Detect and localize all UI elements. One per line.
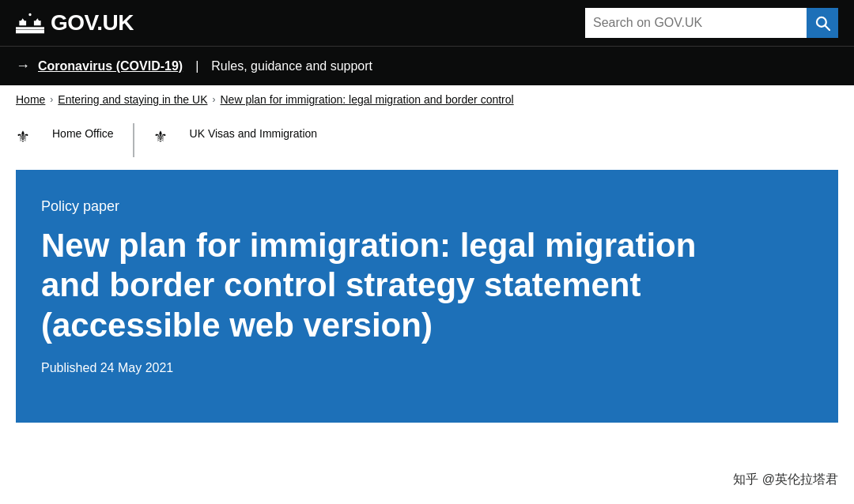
covid-separator: | — [195, 59, 198, 73]
search-input[interactable] — [585, 8, 807, 38]
search-container — [585, 8, 838, 38]
gov-uk-logo-text: GOV.UK — [51, 10, 134, 36]
covid-arrow-icon: → — [16, 58, 30, 74]
svg-text:⚜: ⚜ — [16, 128, 30, 145]
publisher-ukvi: ⚜ UK Visas and Immigration — [134, 123, 318, 157]
site-header: GOV.UK — [0, 0, 854, 46]
policy-type: Policy paper — [41, 198, 813, 215]
crown-icon — [16, 12, 44, 34]
gov-uk-logo[interactable]: GOV.UK — [16, 10, 134, 36]
publishers-section: ⚜ Home Office ⚜ UK Visas and Immigration — [0, 114, 854, 170]
covid-link[interactable]: Coronavirus (COVID-19) — [38, 59, 183, 73]
hero-title: New plan for immigration: legal migratio… — [41, 226, 753, 345]
breadcrumb-chevron-1: › — [50, 94, 53, 105]
svg-line-1 — [825, 25, 829, 30]
home-office-name: Home Office — [52, 123, 114, 142]
ukvi-name: UK Visas and Immigration — [190, 123, 318, 142]
breadcrumb-chevron-2: › — [212, 94, 215, 105]
breadcrumb: Home › Entering and staying in the UK › … — [0, 85, 854, 114]
ukvi-crest-icon: ⚜ — [153, 125, 182, 157]
svg-text:⚜: ⚜ — [153, 128, 168, 145]
search-button[interactable] — [807, 8, 838, 38]
published-date: Published 24 May 2021 — [41, 361, 813, 375]
breadcrumb-home[interactable]: Home — [16, 93, 45, 106]
covid-banner: → Coronavirus (COVID-19) | Rules, guidan… — [0, 46, 854, 85]
hero-section: Policy paper New plan for immigration: l… — [16, 170, 838, 423]
home-office-crest-icon: ⚜ — [16, 125, 44, 157]
publisher-home-office: ⚜ Home Office — [16, 123, 134, 157]
breadcrumb-current: New plan for immigration: legal migratio… — [220, 93, 513, 106]
covid-support-text: Rules, guidance and support — [211, 59, 372, 73]
breadcrumb-entering[interactable]: Entering and staying in the UK — [58, 93, 207, 106]
search-icon — [814, 15, 830, 31]
